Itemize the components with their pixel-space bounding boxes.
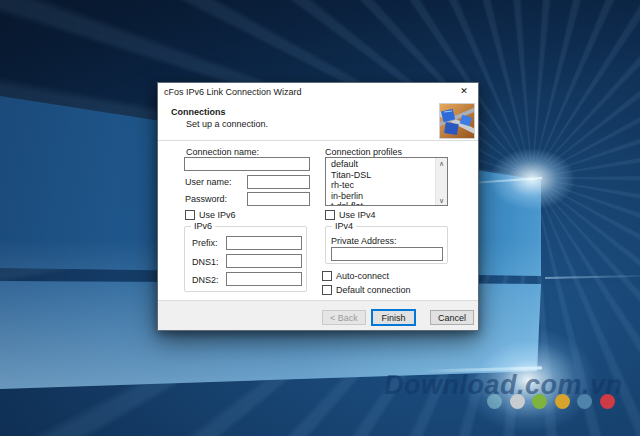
desktop: Download.com.vn cFos IPv6 Link Connectio…	[0, 0, 640, 436]
watermark-dot-1	[487, 394, 502, 409]
password-input[interactable]	[247, 192, 310, 206]
dns2-input[interactable]	[226, 272, 302, 286]
logo-corner-glow	[472, 136, 592, 222]
scroll-down-icon[interactable]: ∨	[436, 195, 447, 205]
wizard-step-subtitle: Set up a connection.	[186, 119, 268, 129]
wizard-step-title: Connections	[171, 107, 226, 117]
ipv6-group-legend: IPv6	[191, 221, 215, 231]
profile-item[interactable]: in-berlin	[326, 191, 435, 202]
profiles-items: default Titan-DSL rh-tec in-berlin t-dsl…	[326, 159, 435, 205]
default-connection-label: Default connection	[336, 285, 411, 295]
private-address-input[interactable]	[331, 247, 443, 261]
profile-item[interactable]: t-dsl-flat	[326, 201, 435, 205]
connection-name-input[interactable]	[184, 157, 310, 171]
use-ipv6-checkbox[interactable]: Use IPv6	[185, 210, 236, 220]
connection-name-label: Connection name:	[186, 147, 259, 157]
watermark-dot-4	[555, 394, 570, 409]
window-title: cFos IPv6 Link Connection Wizard	[164, 87, 302, 97]
profile-item[interactable]: Titan-DSL	[326, 170, 435, 181]
prefix-input[interactable]	[226, 236, 302, 250]
scroll-up-icon[interactable]: ∧	[436, 158, 447, 168]
ipv4-group-legend: IPv4	[332, 221, 356, 231]
checkbox-box	[185, 210, 195, 220]
user-name-label: User name:	[185, 177, 232, 187]
dns1-label: DNS1:	[192, 257, 219, 267]
ipv4-group: IPv4 Private Address:	[325, 226, 448, 264]
watermark-text: Download.com.vn	[384, 370, 634, 401]
header-separator	[158, 140, 478, 141]
prefix-label: Prefix:	[192, 238, 218, 248]
connection-profiles-list[interactable]: default Titan-DSL rh-tec in-berlin t-dsl…	[325, 157, 448, 206]
password-label: Password:	[185, 194, 227, 204]
use-ipv4-checkbox[interactable]: Use IPv4	[325, 210, 376, 220]
use-ipv4-label: Use IPv4	[339, 210, 376, 220]
wizard-dialog: cFos IPv6 Link Connection Wizard ✕ Conne…	[157, 82, 479, 331]
profile-item[interactable]: rh-tec	[326, 180, 435, 191]
watermark-dot-2	[510, 394, 525, 409]
checkbox-box	[325, 210, 335, 220]
dns1-input[interactable]	[226, 254, 302, 268]
watermark-dot-6	[600, 394, 615, 409]
checkbox-box	[322, 285, 332, 295]
back-button[interactable]: < Back	[322, 310, 366, 325]
watermark-dot-5	[577, 394, 592, 409]
use-ipv6-label: Use IPv6	[199, 210, 236, 220]
default-connection-checkbox[interactable]: Default connection	[322, 285, 411, 295]
connection-profiles-label: Connection profiles	[325, 147, 402, 157]
user-name-input[interactable]	[247, 175, 310, 189]
watermark-dot-3	[532, 394, 547, 409]
ipv6-group: IPv6 Prefix: DNS1: DNS2:	[184, 226, 307, 292]
close-button[interactable]: ✕	[450, 83, 478, 99]
profile-item[interactable]: default	[326, 159, 435, 170]
profiles-scrollbar[interactable]: ∧ ∨	[435, 158, 447, 205]
wizard-header-image	[439, 103, 475, 139]
auto-connect-checkbox[interactable]: Auto-connect	[322, 271, 389, 281]
checkbox-box	[322, 271, 332, 281]
private-address-label: Private Address:	[331, 236, 397, 246]
auto-connect-label: Auto-connect	[336, 271, 389, 281]
cancel-button[interactable]: Cancel	[430, 310, 474, 325]
close-icon: ✕	[460, 86, 468, 96]
dns2-label: DNS2:	[192, 275, 219, 285]
finish-button[interactable]: Finish	[371, 309, 416, 326]
